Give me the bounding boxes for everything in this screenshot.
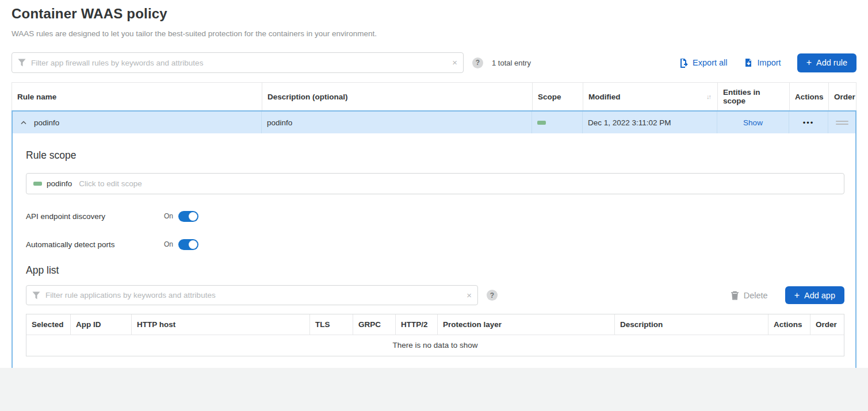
import-button[interactable]: Import <box>744 58 781 68</box>
rule-modified: Dec 1, 2022 3:11:02 PM <box>588 118 671 127</box>
delete-app-button[interactable]: Delete <box>731 291 768 300</box>
detect-ports-label: Automatically detect ports <box>26 240 164 249</box>
rules-filter-box[interactable]: × <box>12 52 464 73</box>
toggle-knob <box>189 212 197 221</box>
show-entities-link[interactable]: Show <box>743 118 763 127</box>
page-header: Container WAAS policy WAAS rules are des… <box>0 0 868 38</box>
col-selected: Selected <box>26 314 71 335</box>
filter-funnel-icon <box>18 59 26 67</box>
col-protection-layer[interactable]: Protection layer <box>438 314 615 335</box>
col-grpc[interactable]: GRPC <box>353 314 396 335</box>
app-list-heading: App list <box>26 264 844 276</box>
drag-handle-icon[interactable] <box>836 119 848 126</box>
col-app-id[interactable]: App ID <box>71 314 132 335</box>
app-table: Selected App ID HTTP host TLS GRPC HTTP/… <box>26 314 844 356</box>
detect-ports-toggle[interactable] <box>178 239 198 250</box>
app-table-header: Selected App ID HTTP host TLS GRPC HTTP/… <box>26 314 844 335</box>
row-actions-menu-icon[interactable]: ••• <box>803 118 815 127</box>
rule-scope-cell <box>532 112 583 133</box>
rules-filter-clear-icon[interactable]: × <box>452 57 457 68</box>
rule-entities-cell: Show <box>717 112 789 133</box>
col-entities-in-scope[interactable]: Entities in scope <box>718 83 790 110</box>
trash-icon <box>731 291 739 300</box>
total-entries-label: 1 total entry <box>492 59 531 67</box>
rules-filter-help-icon[interactable]: ? <box>472 57 483 68</box>
page-background-strip <box>0 368 868 411</box>
app-list-toolbar: × ? Delete + Add app <box>26 285 844 305</box>
plus-icon: + <box>806 57 812 68</box>
detect-ports-row: Automatically detect ports On <box>26 238 844 251</box>
delete-label: Delete <box>744 291 768 300</box>
rule-description-cell: podinfo <box>262 112 532 133</box>
app-filter-box[interactable]: × <box>26 285 478 305</box>
api-discovery-state: On <box>164 212 173 220</box>
app-filter-input[interactable] <box>45 291 460 299</box>
export-icon <box>679 58 689 68</box>
rule-scope-editor[interactable]: podinfo Click to edit scope <box>26 173 844 194</box>
app-filter-help-icon[interactable]: ? <box>487 290 498 301</box>
api-discovery-label: API endpoint discovery <box>26 212 164 221</box>
page-subtitle: WAAS rules are designed to let you tailo… <box>12 29 856 38</box>
col-actions: Actions <box>790 83 829 110</box>
rules-toolbar: × ? 1 total entry Export all Import + Ad… <box>12 52 856 73</box>
add-app-label: Add app <box>804 291 835 300</box>
col-tls[interactable]: TLS <box>310 314 353 335</box>
col-http-host[interactable]: HTTP host <box>132 314 310 335</box>
api-discovery-toggle[interactable] <box>178 211 198 222</box>
col-order: Order <box>829 83 857 110</box>
scope-placeholder: Click to edit scope <box>79 179 142 188</box>
scope-value: podinfo <box>47 179 72 188</box>
col-description[interactable]: Description (optional) <box>262 83 533 110</box>
rule-name-cell[interactable]: podinfo <box>13 112 262 133</box>
rule-modified-cell: Dec 1, 2022 3:11:02 PM <box>583 112 717 133</box>
app-table-empty-message: There is no data to show <box>26 335 844 356</box>
filter-funnel-icon <box>32 291 40 299</box>
toggle-knob <box>189 240 197 249</box>
col-app-description[interactable]: Description <box>615 314 768 335</box>
rule-detail-panel: Rule scope podinfo Click to edit scope A… <box>13 133 855 383</box>
add-rule-label: Add rule <box>816 58 847 67</box>
page-title: Container WAAS policy <box>12 6 856 22</box>
import-icon <box>744 58 754 68</box>
scope-collection-badge[interactable] <box>537 121 546 125</box>
expanded-rule-card: podinfo podinfo Dec 1, 2022 3:11:02 PM S… <box>12 110 856 384</box>
col-app-actions: Actions <box>768 314 810 335</box>
export-all-button[interactable]: Export all <box>679 58 727 68</box>
container-waas-policy-page: Container WAAS policy WAAS rules are des… <box>0 0 868 411</box>
col-app-order: Order <box>810 314 844 335</box>
export-all-label: Export all <box>693 58 727 67</box>
sort-icon[interactable]: ↓↑ <box>706 93 713 100</box>
add-rule-button[interactable]: + Add rule <box>797 53 856 72</box>
col-modified-label: Modified <box>588 93 621 101</box>
app-filter-clear-icon[interactable]: × <box>466 290 472 301</box>
rule-scope-heading: Rule scope <box>26 149 844 162</box>
rule-order-cell <box>828 112 855 133</box>
detect-ports-state: On <box>164 240 173 248</box>
import-label: Import <box>758 58 781 67</box>
rule-name: podinfo <box>34 118 59 127</box>
col-http2[interactable]: HTTP/2 <box>396 314 438 335</box>
rules-table-header: Rule name Description (optional) Scope M… <box>12 82 856 110</box>
rules-table: Rule name Description (optional) Scope M… <box>12 82 856 384</box>
rule-row-podinfo[interactable]: podinfo podinfo Dec 1, 2022 3:11:02 PM S… <box>13 112 855 133</box>
rule-actions-cell: ••• <box>789 112 828 133</box>
collapse-chevron-icon[interactable] <box>21 121 26 125</box>
rules-filter-input[interactable] <box>31 59 446 67</box>
api-discovery-row: API endpoint discovery On <box>26 210 844 222</box>
col-modified[interactable]: Modified ↓↑ <box>583 83 718 110</box>
col-rule-name[interactable]: Rule name <box>12 83 262 110</box>
col-scope[interactable]: Scope <box>533 83 583 110</box>
add-app-button[interactable]: + Add app <box>785 286 844 304</box>
rule-description: podinfo <box>267 118 292 127</box>
plus-icon: + <box>794 290 800 301</box>
scope-collection-badge <box>33 182 42 186</box>
